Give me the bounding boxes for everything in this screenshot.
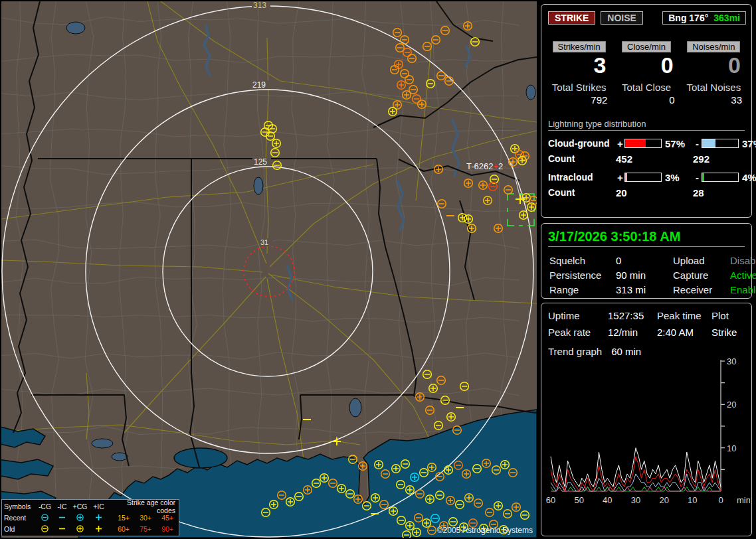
trend-window-value: 60 min	[611, 346, 641, 357]
cloud-ground-row: Cloud-ground + 57% - 37%	[548, 138, 745, 149]
plus-icon	[94, 513, 103, 522]
neg-cg-bar	[702, 139, 739, 148]
capture-status: Active	[730, 270, 756, 281]
datetime-display: 3/17/2026 3:50:18 AM	[548, 229, 745, 247]
noise-mode-button[interactable]: NOISE	[601, 11, 643, 25]
copyright-text: ©2005 Astrogenic Systems	[437, 526, 533, 535]
pos-ic-bar	[624, 173, 662, 182]
plus-icon	[94, 524, 103, 533]
svg-text:125: 125	[254, 157, 267, 167]
lightning-map[interactable]: 313 219 125 31 T-6262+2-	[1, 1, 537, 538]
minus-icon	[58, 513, 66, 522]
minus-icon	[58, 524, 66, 533]
svg-text:10: 10	[727, 443, 736, 453]
storm-cell-label: T-6262+2-	[466, 161, 506, 171]
map-canvas: 313 219 125 31 T-6262+2-	[1, 1, 537, 538]
svg-text:40: 40	[603, 495, 612, 505]
rate-columns: Strikes/min Close/min Noises/min 3 0 0 T…	[545, 40, 747, 106]
map-legend: Symbols -CG -IC +CG +IC Strike age color…	[1, 499, 179, 536]
intracloud-counts: Count 20 28	[548, 187, 745, 198]
close-per-min-value: 0	[613, 54, 680, 78]
peak-rate-value: 12/min	[608, 327, 657, 338]
total-strikes-label: Total Strikes	[545, 82, 613, 93]
svg-text:313: 313	[253, 1, 266, 10]
peak-time-value: 2:40 AM	[657, 327, 711, 338]
bearing-readout: Bng 176°363mi	[662, 11, 746, 25]
noises-per-min-value: 0	[680, 54, 747, 78]
legend-header: Symbols -CG -IC +CG +IC Strike age color…	[4, 501, 177, 512]
circle-plus-icon	[76, 513, 84, 522]
bearing-distance: 363mi	[713, 13, 740, 23]
close-per-min-chip[interactable]: Close/min	[622, 41, 671, 52]
svg-text:20: 20	[659, 495, 668, 505]
total-noises-label: Total Noises	[680, 82, 747, 93]
svg-text:10: 10	[688, 495, 697, 505]
neg-ic-bar	[702, 173, 739, 182]
uptime-stats: Uptime 1527:35 Peak time Plot Peak rate …	[548, 310, 746, 338]
uptime-value: 1527:35	[608, 310, 657, 321]
svg-text:31: 31	[260, 238, 268, 246]
lightning-distribution: Lightning type distribution Cloud-ground…	[548, 119, 745, 198]
svg-text:min: min	[737, 495, 750, 505]
svg-text:60: 60	[546, 495, 555, 505]
upload-status: Disabled	[730, 255, 756, 266]
total-close-label: Total Close	[613, 82, 680, 93]
pos-cg-bar	[624, 139, 662, 148]
trend-graph: 1020306050403020100min	[543, 357, 750, 510]
distribution-title: Lightning type distribution	[548, 119, 745, 131]
svg-text:30: 30	[631, 495, 640, 505]
svg-text:30: 30	[727, 357, 736, 366]
strike-mode-button[interactable]: STRIKE	[548, 11, 595, 25]
svg-text:20: 20	[727, 400, 736, 410]
legend-row-recent: Recent 15+ 30+ 45+	[4, 512, 177, 523]
system-status-box: 3/17/2026 3:50:18 AM Squelch 0 Upload Di…	[541, 223, 752, 299]
receiver-status: Enabled	[730, 284, 756, 295]
cloud-ground-counts: Count 452 292	[548, 153, 745, 165]
trend-box: Uptime 1527:35 Peak time Plot Peak rate …	[541, 303, 752, 536]
trend-graph-label: Trend graph	[548, 346, 602, 357]
noises-per-min-chip[interactable]: Noises/min	[687, 41, 740, 52]
circle-minus-icon	[41, 513, 49, 522]
strikes-per-min-value: 3	[545, 54, 613, 78]
legend-row-old: Old 60+ 75+ 90+	[4, 523, 177, 534]
status-grid: Squelch 0 Upload Disabled Persistence 90…	[549, 255, 745, 295]
svg-text:0: 0	[718, 495, 723, 505]
svg-text:219: 219	[252, 80, 266, 90]
intracloud-row: Intracloud + 3% - 4%	[548, 172, 745, 183]
total-strikes-value: 792	[545, 94, 613, 106]
circle-minus-icon	[41, 524, 49, 533]
total-noises-value: 33	[680, 94, 747, 106]
rates-box: STRIKE NOISE Bng 176°363mi Strikes/min C…	[541, 4, 752, 218]
plot-mode-value: Strike	[711, 327, 746, 338]
circle-plus-icon	[76, 524, 84, 533]
legend-title: Symbols	[4, 502, 36, 510]
status-panel: STRIKE NOISE Bng 176°363mi Strikes/min C…	[538, 0, 756, 539]
strikes-per-min-chip[interactable]: Strikes/min	[553, 41, 606, 52]
total-close-value: 0	[613, 94, 680, 106]
svg-text:50: 50	[574, 495, 583, 505]
